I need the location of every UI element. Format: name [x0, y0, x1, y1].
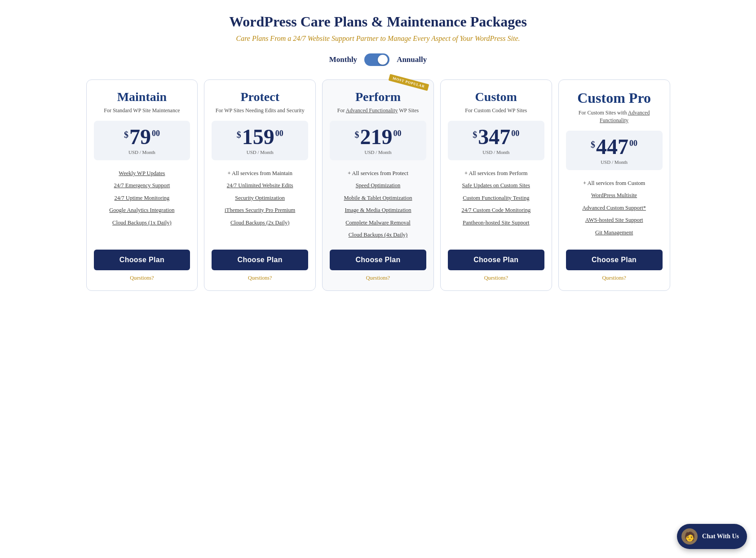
price-dollar: $ — [124, 130, 128, 140]
price-dollar: $ — [354, 130, 359, 140]
price-period: USD / Month — [220, 149, 300, 155]
plan-description: For Advanced Functionality WP Sites — [337, 107, 419, 114]
feature-item: Cloud Backups (4x Daily) — [330, 229, 426, 242]
plan-description: For Standard WP Site Maintenance — [104, 107, 180, 114]
chat-avatar: 🧑 — [681, 528, 698, 545]
feature-item: Pantheon-hosted Site Support — [448, 217, 544, 229]
features-list: + All services from ProtectSpeed Optimiz… — [330, 167, 426, 242]
price-amount: $ 219 00 — [338, 126, 418, 148]
feature-item: 24/7 Unlimited Website Edits — [212, 180, 308, 192]
choose-plan-button[interactable]: Choose Plan — [94, 250, 190, 270]
feature-item: Google Analytics Integration — [94, 204, 190, 217]
feature-item: + All services from Protect — [330, 167, 426, 180]
feature-item: 24/7 Emergency Support — [94, 180, 190, 192]
price-amount: $ 347 00 — [456, 126, 536, 148]
feature-item: Complete Malware Removal — [330, 217, 426, 229]
questions-link[interactable]: Questions? — [248, 275, 272, 281]
page-header: WordPress Care Plans & Maintenance Packa… — [9, 13, 747, 66]
price-dollar: $ — [473, 130, 477, 140]
price-block: $ 79 00 USD / Month — [94, 121, 190, 160]
feature-item: Safe Updates on Custom Sites — [448, 180, 544, 192]
feature-item: WordPress Multisite — [566, 189, 663, 202]
toggle-knob — [378, 55, 388, 65]
feature-item: + All services from Perform — [448, 167, 544, 180]
price-amount: $ 447 00 — [574, 136, 654, 158]
feature-item: 24/7 Custom Code Monitoring — [448, 204, 544, 217]
price-dollar: $ — [591, 140, 595, 150]
plan-card-protect: Protect For WP Sites Needing Edits and S… — [204, 79, 316, 291]
feature-item: Weekly WP Updates — [94, 167, 190, 180]
price-period: USD / Month — [456, 149, 536, 155]
price-main: 447 — [596, 136, 628, 158]
questions-link[interactable]: Questions? — [484, 275, 508, 281]
billing-toggle-switch[interactable] — [364, 53, 389, 66]
questions-link[interactable]: Questions? — [602, 275, 626, 281]
questions-link[interactable]: Questions? — [366, 275, 390, 281]
price-cents: 00 — [629, 139, 637, 148]
page-subtitle: Care Plans From a 24/7 Website Support P… — [9, 35, 747, 43]
price-main: 219 — [360, 126, 392, 148]
choose-plan-button[interactable]: Choose Plan — [448, 250, 544, 270]
chat-label: Chat With Us — [702, 533, 739, 540]
plans-grid: Maintain For Standard WP Site Maintenanc… — [86, 79, 670, 291]
price-main: 159 — [242, 126, 274, 148]
feature-item: Security Optimization — [212, 192, 308, 205]
choose-plan-button[interactable]: Choose Plan — [566, 250, 663, 270]
choose-plan-button[interactable]: Choose Plan — [212, 250, 308, 270]
features-list: + All services from CustomWordPress Mult… — [566, 177, 663, 242]
plan-description: For WP Sites Needing Edits and Security — [216, 107, 305, 114]
plan-name: Maintain — [117, 90, 167, 104]
price-cents: 00 — [152, 129, 160, 138]
price-cents: 00 — [511, 129, 519, 138]
questions-link[interactable]: Questions? — [130, 275, 154, 281]
feature-item: Git Management — [566, 227, 663, 239]
feature-item: Mobile & Tablet Optimization — [330, 192, 426, 205]
chat-widget[interactable]: 🧑 Chat With Us — [677, 524, 747, 549]
feature-item: Image & Media Optimization — [330, 204, 426, 217]
billing-toggle: Monthly Annually — [9, 53, 747, 66]
features-list: + All services from Maintain24/7 Unlimit… — [212, 167, 308, 242]
plan-name: Perform — [355, 90, 401, 104]
features-list: + All services from PerformSafe Updates … — [448, 167, 544, 242]
plan-name: Custom — [475, 90, 517, 104]
page-title: WordPress Care Plans & Maintenance Packa… — [9, 13, 747, 30]
feature-item: Advanced Custom Support* — [566, 202, 663, 215]
plan-name: Protect — [240, 90, 279, 104]
price-cents: 00 — [275, 129, 283, 138]
plan-card-custom-pro: Custom Pro For Custom Sites with Advance… — [558, 79, 670, 291]
price-period: USD / Month — [102, 149, 182, 155]
price-block: $ 159 00 USD / Month — [212, 121, 308, 160]
price-cents: 00 — [393, 129, 401, 138]
feature-item: AWS-hosted Site Support — [566, 214, 663, 227]
feature-item: Cloud Backups (2x Daily) — [212, 217, 308, 229]
plan-description: For Custom Coded WP Sites — [465, 107, 527, 114]
price-period: USD / Month — [338, 149, 418, 155]
feature-item: + All services from Custom — [566, 177, 663, 190]
price-amount: $ 79 00 — [102, 126, 182, 148]
features-list: Weekly WP Updates24/7 Emergency Support2… — [94, 167, 190, 242]
plan-card-perform: MOST POPULAR Perform For Advanced Functi… — [322, 79, 434, 291]
feature-item: 24/7 Uptime Monitoring — [94, 192, 190, 205]
plan-name: Custom Pro — [577, 90, 651, 106]
price-block: $ 347 00 USD / Month — [448, 121, 544, 160]
price-amount: $ 159 00 — [220, 126, 300, 148]
most-popular-badge: MOST POPULAR — [389, 74, 429, 91]
monthly-label: Monthly — [329, 55, 357, 64]
plan-card-custom: Custom For Custom Coded WP Sites $ 347 0… — [440, 79, 552, 291]
price-period: USD / Month — [574, 159, 654, 165]
feature-item: iThemes Security Pro Premium — [212, 204, 308, 217]
choose-plan-button[interactable]: Choose Plan — [330, 250, 426, 270]
price-block: $ 219 00 USD / Month — [330, 121, 426, 160]
feature-item: Cloud Backups (1x Daily) — [94, 217, 190, 229]
feature-item: Custom Functionality Testing — [448, 192, 544, 205]
plan-card-maintain: Maintain For Standard WP Site Maintenanc… — [86, 79, 198, 291]
feature-item: + All services from Maintain — [212, 167, 308, 180]
price-dollar: $ — [237, 130, 241, 140]
plan-description: For Custom Sites with Advanced Functiona… — [566, 109, 663, 124]
annually-label: Annually — [397, 55, 427, 64]
price-main: 79 — [129, 126, 151, 148]
price-block: $ 447 00 USD / Month — [566, 131, 663, 170]
feature-item: Speed Optimization — [330, 180, 426, 192]
price-main: 347 — [478, 126, 510, 148]
